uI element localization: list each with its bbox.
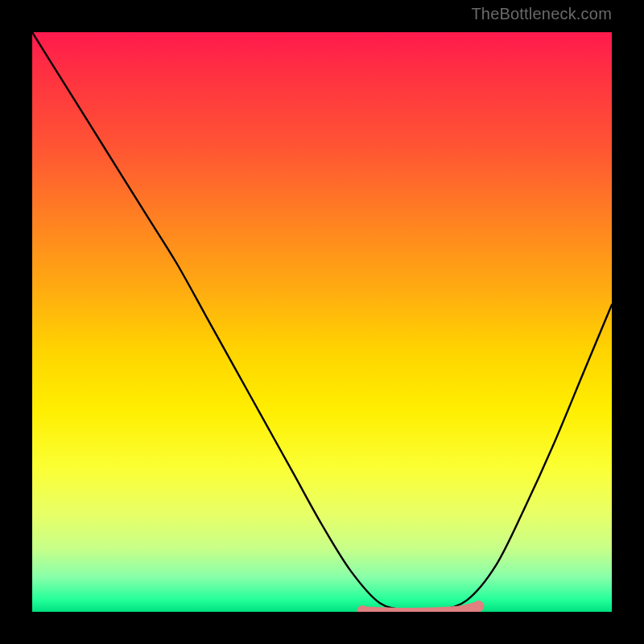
chart-frame: TheBottleneck.com: [0, 0, 644, 644]
watermark-text: TheBottleneck.com: [471, 5, 612, 23]
plot-area: [32, 32, 612, 612]
